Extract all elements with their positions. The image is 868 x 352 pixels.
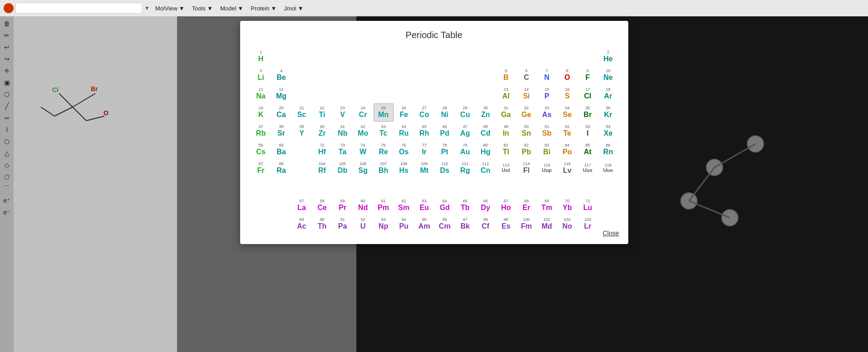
- element-Db[interactable]: 105Db: [333, 159, 353, 177]
- element-K[interactable]: 19K: [251, 103, 271, 122]
- element-La[interactable]: 57La: [292, 196, 312, 215]
- element-Kr[interactable]: 36Kr: [598, 103, 618, 122]
- element-Se[interactable]: 34Se: [557, 103, 577, 122]
- element-Re[interactable]: 75Re: [374, 141, 394, 159]
- element-O[interactable]: 8O: [557, 66, 577, 84]
- protein-menu[interactable]: Protein ▼: [251, 5, 276, 12]
- element-Np[interactable]: 93Np: [374, 215, 394, 233]
- element-Ge[interactable]: 32Ge: [517, 103, 537, 122]
- element-Ga[interactable]: 31Ga: [496, 103, 516, 122]
- element-Bh[interactable]: 107Bh: [374, 159, 394, 177]
- element-Tb[interactable]: 65Tb: [455, 196, 475, 215]
- element-Es[interactable]: 99Es: [496, 215, 516, 233]
- element-Uus[interactable]: 117Uus: [578, 159, 598, 177]
- element-Fl[interactable]: 114Fl: [517, 159, 537, 177]
- element-Pr[interactable]: 59Pr: [333, 196, 353, 215]
- element-Sm[interactable]: 62Sm: [394, 196, 414, 215]
- element-Co[interactable]: 27Co: [414, 103, 434, 122]
- element-Mn[interactable]: 25Mn: [374, 103, 394, 122]
- element-Na[interactable]: 11Na: [251, 85, 271, 103]
- element-Rh[interactable]: 45Rh: [414, 122, 434, 140]
- element-Mg[interactable]: 12Mg: [271, 85, 291, 103]
- element-Os[interactable]: 76Os: [394, 141, 414, 159]
- tools-menu[interactable]: Tools ▼: [192, 5, 213, 12]
- element-Mo[interactable]: 42Mo: [353, 122, 373, 140]
- element-Uup[interactable]: 115Uup: [537, 159, 557, 177]
- element-Rf[interactable]: 104Rf: [312, 159, 332, 177]
- element-Ru[interactable]: 44Ru: [394, 122, 414, 140]
- element-Ca[interactable]: 20Ca: [271, 103, 291, 122]
- element-Fe[interactable]: 26Fe: [394, 103, 414, 122]
- element-Y[interactable]: 39Y: [292, 122, 312, 140]
- element-Sr[interactable]: 38Sr: [271, 122, 291, 140]
- element-Nb[interactable]: 41Nb: [333, 122, 353, 140]
- element-Hg[interactable]: 80Hg: [476, 141, 496, 159]
- element-W[interactable]: 74W: [353, 141, 373, 159]
- element-Cf[interactable]: 98Cf: [476, 215, 496, 233]
- element-Ba[interactable]: 56Ba: [271, 141, 291, 159]
- element-Ho[interactable]: 67Ho: [496, 196, 516, 215]
- element-Ce[interactable]: 58Ce: [312, 196, 332, 215]
- element-Lr[interactable]: 103Lr: [578, 215, 598, 233]
- element-Rg[interactable]: 111Rg: [455, 159, 475, 177]
- element-Bi[interactable]: 83Bi: [537, 141, 557, 159]
- element-Si[interactable]: 14Si: [517, 85, 537, 103]
- element-Ag[interactable]: 47Ag: [455, 122, 475, 140]
- element-Ir[interactable]: 77Ir: [414, 141, 434, 159]
- element-Te[interactable]: 52Te: [557, 122, 577, 140]
- element-Er[interactable]: 68Er: [517, 196, 537, 215]
- element-As[interactable]: 33As: [537, 103, 557, 122]
- element-N[interactable]: 7N: [537, 66, 557, 84]
- element-Rn[interactable]: 86Rn: [598, 141, 618, 159]
- element-Pd[interactable]: 46Pd: [435, 122, 455, 140]
- element-Am[interactable]: 95Am: [414, 215, 434, 233]
- element-Uut[interactable]: 113Uut: [496, 159, 516, 177]
- element-In[interactable]: 49In: [496, 122, 516, 140]
- close-button[interactable]: Close: [603, 230, 619, 237]
- element-Cd[interactable]: 48Cd: [476, 122, 496, 140]
- element-Au[interactable]: 79Au: [455, 141, 475, 159]
- element-Lv[interactable]: 116Lv: [557, 159, 577, 177]
- element-Ra[interactable]: 88Ra: [271, 159, 291, 177]
- element-V[interactable]: 23V: [333, 103, 353, 122]
- element-Ta[interactable]: 73Ta: [333, 141, 353, 159]
- element-Dy[interactable]: 66Dy: [476, 196, 496, 215]
- element-Pb[interactable]: 82Pb: [517, 141, 537, 159]
- element-Tc[interactable]: 43Tc: [374, 122, 394, 140]
- element-Ni[interactable]: 28Ni: [435, 103, 455, 122]
- element-Sc[interactable]: 21Sc: [292, 103, 312, 122]
- element-He[interactable]: 2He: [598, 48, 618, 66]
- element-No[interactable]: 102No: [557, 215, 577, 233]
- element-Ac[interactable]: 89Ac: [292, 215, 312, 233]
- element-Lu[interactable]: 71Lu: [578, 196, 598, 215]
- element-Bk[interactable]: 97Bk: [455, 215, 475, 233]
- element-Po[interactable]: 84Po: [557, 141, 577, 159]
- element-Pu[interactable]: 94Pu: [394, 215, 414, 233]
- element-Pa[interactable]: 91Pa: [333, 215, 353, 233]
- element-Pm[interactable]: 61Pm: [374, 196, 394, 215]
- element-P[interactable]: 15P: [537, 85, 557, 103]
- element-Hf[interactable]: 72Hf: [312, 141, 332, 159]
- element-Cn[interactable]: 112Cn: [476, 159, 496, 177]
- element-At[interactable]: 85At: [578, 141, 598, 159]
- search-input[interactable]: [15, 3, 143, 14]
- element-Yb[interactable]: 70Yb: [557, 196, 577, 215]
- element-Cs[interactable]: 55Cs: [251, 141, 271, 159]
- element-Ti[interactable]: 22Ti: [312, 103, 332, 122]
- element-Sn[interactable]: 50Sn: [517, 122, 537, 140]
- element-U[interactable]: 92U: [353, 215, 373, 233]
- element-Fr[interactable]: 87Fr: [251, 159, 271, 177]
- element-Th[interactable]: 90Th: [312, 215, 332, 233]
- element-Sb[interactable]: 51Sb: [537, 122, 557, 140]
- element-B[interactable]: 5B: [496, 66, 516, 84]
- jmol-menu[interactable]: Jmol ▼: [284, 5, 303, 12]
- element-Fm[interactable]: 100Fm: [517, 215, 537, 233]
- element-Br[interactable]: 35Br: [578, 103, 598, 122]
- molview-menu[interactable]: MolView ▼: [155, 5, 185, 12]
- element-Mt[interactable]: 109Mt: [414, 159, 434, 177]
- model-menu[interactable]: Model ▼: [220, 5, 243, 12]
- element-I[interactable]: 53I: [578, 122, 598, 140]
- element-Cu[interactable]: 29Cu: [455, 103, 475, 122]
- element-Hs[interactable]: 108Hs: [394, 159, 414, 177]
- element-Gd[interactable]: 64Gd: [435, 196, 455, 215]
